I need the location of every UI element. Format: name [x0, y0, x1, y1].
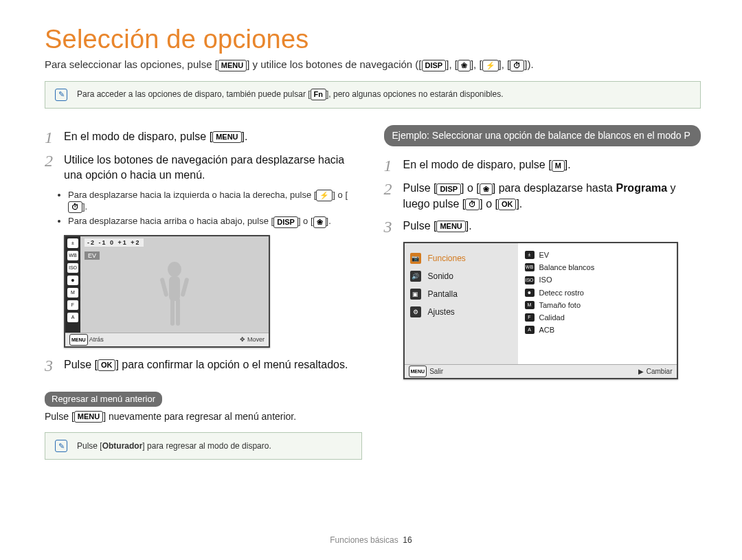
fn-button-icon: Fn [311, 89, 326, 100]
page-title: Selección de opciones [45, 25, 701, 54]
step-number: 3 [45, 357, 57, 374]
camera-lcd-ev: ± WB ISO ☻ M F A -2 -1 0 +1 +2 EV [64, 235, 270, 348]
quality-icon: F [67, 300, 78, 310]
menu-button-icon: MENU [436, 221, 465, 232]
step-number: 1 [384, 157, 396, 174]
macro-button-icon: ❀ [458, 60, 471, 71]
left-step-3: 3 Pulse [OK] para confirmar la opción o … [45, 357, 362, 374]
menu-right-list: ±EV WBBalance blancos ISOISO ☻Detecc ros… [518, 243, 677, 364]
quality-icon: F [525, 313, 535, 322]
camera-lcd-menu: 📷 Funciones 🔊 Sonido ▣ Pantalla ⚙ [403, 242, 678, 379]
page-footer: Funciones básicas 16 [0, 535, 742, 545]
display-icon: ▣ [410, 289, 421, 300]
right-step-3: 3 Pulse [MENU]. [384, 219, 701, 235]
menu-button-icon: MENU [74, 411, 103, 423]
svg-rect-3 [180, 277, 189, 297]
menu-item-funciones: 📷 Funciones [410, 253, 513, 264]
face-icon: ☻ [525, 289, 535, 297]
right-column: Ejemplo: Seleccionar una opción de balan… [384, 125, 701, 460]
svg-rect-1 [169, 276, 180, 301]
return-text: Pulse [MENU] nuevamente para regresar al… [45, 411, 362, 423]
svg-rect-5 [176, 298, 180, 326]
step-number: 2 [45, 153, 57, 183]
lcd-change-label: Cambiar [647, 368, 673, 375]
macro-button-icon: ❀ [480, 183, 493, 195]
step-number: 3 [384, 219, 396, 235]
sound-icon: 🔊 [410, 271, 421, 282]
left-step-1: 1 En el modo de disparo, pulse [MENU]. [45, 129, 362, 146]
ev-scale: -2 -1 0 +1 +2 [85, 238, 144, 247]
acb-icon: A [525, 326, 535, 334]
lcd-exit-label: Salir [429, 368, 443, 375]
step-number: 2 [384, 181, 396, 212]
flash-button-icon: ⚡ [316, 190, 333, 201]
lcd-move-label: Mover [247, 336, 265, 343]
note-icon: ✎ [55, 89, 67, 101]
wb-icon: WB [525, 263, 535, 271]
macro-button-icon: ❀ [313, 216, 326, 228]
menu-item-pantalla: ▣ Pantalla [410, 289, 513, 300]
menu-button-icon: MENU [218, 60, 247, 71]
lcd-side-icons: ± WB ISO ☻ M F A [65, 236, 80, 333]
size-icon: M [67, 288, 78, 298]
ev-label: EV [85, 251, 100, 260]
disp-button-icon: DISP [273, 216, 298, 228]
right-step-2: 2 Pulse [DISP] o [❀] para desplazarse ha… [384, 181, 701, 212]
timer-button-icon: ⏱ [510, 60, 524, 71]
menu-button-icon: MENU [69, 334, 88, 346]
menu-item-sonido: 🔊 Sonido [410, 271, 513, 282]
wb-icon: WB [67, 251, 78, 260]
move-icon: ✥ [240, 336, 245, 343]
ev-icon: ± [525, 251, 535, 259]
svg-point-0 [168, 262, 181, 277]
example-heading: Ejemplo: Seleccionar una opción de balan… [384, 125, 701, 147]
right-step-1: 1 En el modo de disparo, pulse [M]. [384, 157, 701, 174]
sub-bullet: Para desplazarse hacia la izquierda o ha… [68, 190, 362, 213]
ok-button-icon: OK [498, 199, 517, 210]
svg-rect-4 [170, 298, 175, 326]
sub-bullet: Para desplazarse hacia arriba o hacia ab… [68, 216, 362, 227]
left-step-2: 2 Utilice los botones de navegación para… [45, 153, 362, 183]
disp-button-icon: DISP [436, 183, 461, 195]
size-icon: M [525, 301, 535, 309]
gear-icon: ⚙ [410, 306, 421, 317]
timer-button-icon: ⏱ [465, 199, 480, 210]
child-silhouette [154, 257, 195, 333]
menu-button-icon: MENU [212, 131, 241, 143]
menu-left-list: 📷 Funciones 🔊 Sonido ▣ Pantalla ⚙ [405, 243, 518, 364]
ok-button-icon: OK [98, 359, 116, 371]
note-fn-access: ✎ Para acceder a las opciones de disparo… [45, 81, 701, 109]
subhead-return-menu: Regresar al menú anterior [45, 392, 162, 407]
timer-button-icon: ⏱ [68, 201, 82, 213]
menu-item-ajustes: ⚙ Ajustes [410, 306, 513, 317]
menu-button-icon: MENU [409, 366, 427, 377]
camera-icon: 📷 [410, 253, 421, 264]
acb-icon: A [67, 313, 78, 322]
svg-rect-2 [159, 277, 168, 297]
lcd-back-label: Atrás [89, 335, 104, 342]
note-shutter-return: ✎ Pulse [Obturador] para regresar al mod… [45, 432, 362, 460]
disp-button-icon: DISP [422, 60, 447, 71]
flash-button-icon: ⚡ [482, 60, 499, 71]
step-number: 1 [45, 129, 57, 146]
note-icon: ✎ [55, 440, 67, 452]
right-arrow-icon: ▶ [638, 368, 644, 375]
iso-icon: ISO [67, 263, 78, 273]
iso-icon: ISO [525, 276, 535, 284]
intro-text: Para seleccionar las opciones, pulse [ME… [45, 58, 701, 71]
ev-icon: ± [67, 238, 78, 248]
face-icon: ☻ [67, 276, 78, 285]
mode-button-icon: M [552, 160, 565, 172]
left-column: 1 En el modo de disparo, pulse [MENU]. 2… [45, 125, 362, 460]
